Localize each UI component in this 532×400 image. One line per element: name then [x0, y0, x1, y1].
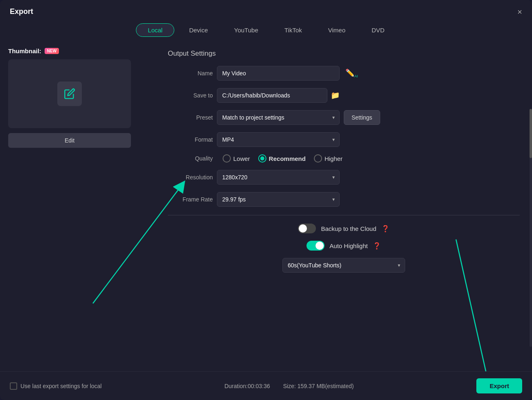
radio-higher-circle — [314, 154, 322, 163]
pencil-icon — [64, 88, 75, 99]
use-last-checkbox[interactable] — [10, 382, 17, 390]
highlight-dropdown-row: 60s(YouTube Shorts) ▾ — [168, 258, 520, 273]
auto-highlight-help-icon[interactable]: ❓ — [373, 242, 381, 250]
name-row: Name ✏️AI — [168, 66, 520, 81]
preset-label: Preset — [168, 114, 213, 121]
quality-lower[interactable]: Lower — [223, 154, 250, 163]
resolution-label: Resolution — [168, 174, 213, 181]
auto-highlight-toggle[interactable] — [307, 241, 325, 251]
new-badge: NEW — [45, 48, 59, 54]
resolution-select[interactable]: 1280x720 — [217, 170, 340, 185]
quality-recommend[interactable]: Recommend — [258, 154, 306, 163]
format-row: Format MP4 ▾ — [168, 132, 520, 147]
bottom-bar: Use last export settings for local Durat… — [0, 371, 532, 400]
use-last-label: Use last export settings for local — [20, 383, 101, 389]
export-dialog: Export × Local Device YouTube TikTok Vim… — [0, 0, 532, 400]
quality-higher[interactable]: Higher — [314, 154, 343, 163]
left-panel: Thumbnail: NEW Edit — [8, 47, 156, 371]
frame-rate-label: Frame Rate — [168, 196, 213, 203]
quality-recommend-label: Recommend — [269, 155, 306, 162]
format-select[interactable]: MP4 — [217, 132, 340, 147]
bottom-info: Duration:00:03:36 Size: 159.37 MB(estima… — [224, 383, 354, 389]
frame-rate-select[interactable]: 29.97 fps — [217, 192, 340, 207]
radio-lower-circle — [223, 154, 231, 163]
path-row: 📁 — [217, 88, 340, 103]
right-panel: Output Settings Name ✏️AI Save to 📁 Pres… — [164, 47, 524, 371]
tab-tiktok[interactable]: TikTok — [273, 23, 313, 37]
ai-icon[interactable]: ✏️AI — [345, 68, 358, 78]
tab-vimeo[interactable]: Vimeo — [317, 23, 357, 37]
auto-highlight-label: Auto Highlight — [329, 242, 367, 249]
edit-icon-box — [57, 81, 82, 106]
resolution-select-wrap: 1280x720 ▾ — [217, 170, 340, 185]
resolution-row: Resolution 1280x720 ▾ — [168, 170, 520, 185]
tabs-bar: Local Device YouTube TikTok Vimeo DVD — [0, 20, 532, 43]
quality-lower-label: Lower — [233, 155, 250, 162]
name-input[interactable] — [217, 66, 340, 81]
preset-row: Preset Match to project settings ▾ Setti… — [168, 110, 520, 125]
scrollbar-track — [530, 109, 532, 347]
close-button[interactable]: × — [517, 8, 522, 16]
backup-label: Backup to the Cloud — [321, 225, 376, 232]
frame-rate-row: Frame Rate 29.97 fps ▾ — [168, 192, 520, 207]
main-content: Thumbnail: NEW Edit Output Settings Name — [0, 43, 532, 371]
settings-button[interactable]: Settings — [344, 110, 380, 125]
tab-local[interactable]: Local — [136, 23, 174, 37]
name-label: Name — [168, 70, 213, 77]
backup-help-icon[interactable]: ❓ — [381, 225, 390, 233]
highlight-select-wrap: 60s(YouTube Shorts) ▾ — [282, 258, 405, 273]
tab-youtube[interactable]: YouTube — [223, 23, 270, 37]
tab-device[interactable]: Device — [178, 23, 219, 37]
duration-info: Duration:00:03:36 — [224, 383, 270, 389]
format-label: Format — [168, 136, 213, 143]
output-settings-title: Output Settings — [168, 50, 520, 58]
radio-recommend-circle — [258, 154, 266, 163]
save-to-label: Save to — [168, 92, 213, 99]
save-to-row: Save to 📁 — [168, 88, 520, 103]
highlight-select[interactable]: 60s(YouTube Shorts) — [282, 258, 405, 273]
preset-select[interactable]: Match to project settings — [217, 110, 340, 125]
backup-row: Backup to the Cloud ❓ — [168, 224, 520, 233]
auto-highlight-row: Auto Highlight ❓ — [168, 241, 520, 251]
scrollbar-thumb[interactable] — [530, 109, 532, 158]
quality-row: Quality Lower Recommend Higher — [168, 154, 520, 163]
title-bar: Export × — [0, 0, 532, 20]
folder-icon[interactable]: 📁 — [331, 91, 340, 100]
preset-select-wrap: Match to project settings ▾ — [217, 110, 340, 125]
dialog-title: Export — [10, 7, 33, 16]
thumbnail-label-text: Thumbnail: — [8, 47, 41, 54]
frame-rate-select-wrap: 29.97 fps ▾ — [217, 192, 340, 207]
export-button[interactable]: Export — [476, 378, 522, 393]
quality-label: Quality — [168, 155, 213, 162]
thumbnail-label-row: Thumbnail: NEW — [8, 47, 156, 54]
backup-toggle[interactable] — [298, 224, 316, 233]
divider — [168, 215, 520, 215]
quality-radio-group: Lower Recommend Higher — [223, 154, 343, 163]
thumbnail-preview — [8, 59, 131, 128]
edit-button[interactable]: Edit — [8, 133, 131, 148]
use-last-row: Use last export settings for local — [10, 382, 101, 390]
tab-dvd[interactable]: DVD — [360, 23, 396, 37]
save-path-input[interactable] — [217, 88, 327, 103]
size-info: Size: 159.37 MB(estimated) — [283, 383, 354, 389]
quality-higher-label: Higher — [325, 155, 343, 162]
format-select-wrap: MP4 ▾ — [217, 132, 340, 147]
